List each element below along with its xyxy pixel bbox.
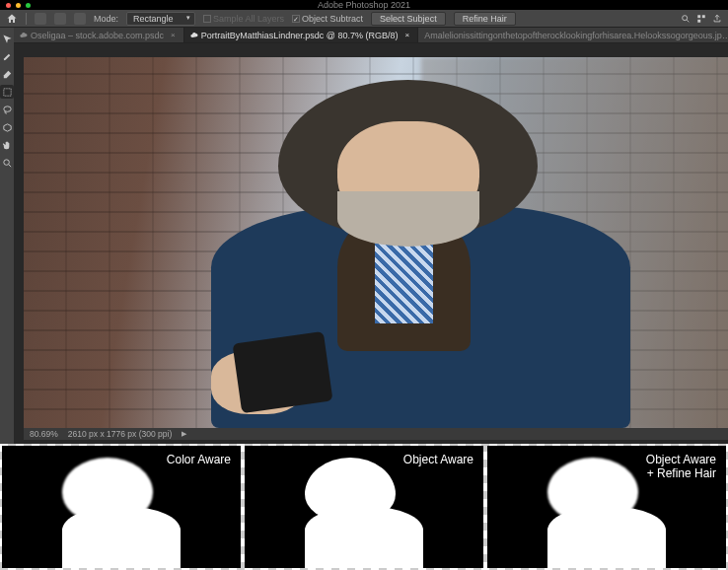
svg-rect-1 — [697, 15, 700, 18]
document-area: Oseligaa – stock.adobe.com.psdc × Portra… — [14, 28, 728, 444]
brush-tool[interactable] — [0, 67, 14, 81]
compare-caption: Object Aware — [403, 454, 473, 467]
home-icon[interactable] — [6, 13, 18, 25]
compare-panel-color-aware: Color Aware — [2, 446, 241, 568]
window-close-button[interactable] — [6, 3, 11, 8]
refine-hair-button[interactable]: Refine Hair — [454, 12, 516, 26]
lasso-tool[interactable] — [0, 103, 14, 116]
search-icon[interactable] — [681, 14, 691, 24]
document-tabs: Oseligaa – stock.adobe.com.psdc × Portra… — [14, 28, 728, 43]
compare-panel-object-aware-refine: Object Aware+ Refine Hair — [487, 446, 726, 568]
document-tab-1[interactable]: Oseligaa – stock.adobe.com.psdc × — [14, 28, 184, 43]
document-tab-3[interactable]: Amalelionissittingonthetopoftherocklooki… — [418, 28, 728, 43]
mask-comparison-strip: Color Aware Object Aware Object Aware+ R… — [0, 444, 728, 570]
object-subtract-option[interactable]: Object Subtract — [292, 14, 363, 24]
mode-label: Mode: — [94, 14, 118, 24]
object-select-tool[interactable] — [0, 85, 14, 99]
zoom-tool[interactable] — [0, 156, 14, 170]
svg-rect-3 — [697, 19, 700, 22]
tab-label: PortraitByMatthiasLindner.psdc @ 80.7% (… — [201, 31, 399, 40]
share-icon[interactable] — [712, 14, 722, 24]
compare-caption: Color Aware — [167, 454, 231, 467]
svg-point-0 — [683, 15, 688, 20]
canvas[interactable] — [24, 57, 728, 428]
sample-all-layers-option[interactable]: Sample All Layers — [203, 14, 284, 24]
compare-panel-object-aware: Object Aware — [245, 446, 483, 568]
canvas-wrap: 80.69% 2610 px x 1776 px (300 ppi) ▶ — [14, 43, 728, 444]
workspace-icon[interactable] — [696, 14, 706, 24]
main-workspace: Oseligaa – stock.adobe.com.psdc × Portra… — [0, 28, 728, 444]
cloud-icon — [20, 32, 28, 39]
polygon-lasso-tool[interactable] — [0, 120, 14, 134]
window-maximize-button[interactable] — [26, 3, 31, 8]
tab-label: Oseligaa – stock.adobe.com.psdc — [31, 31, 164, 40]
status-bar: 80.69% 2610 px x 1776 px (300 ppi) ▶ — [24, 428, 728, 440]
window-minimize-button[interactable] — [16, 3, 21, 8]
title-bar: Adobe Photoshop 2021 — [0, 0, 728, 10]
svg-point-6 — [3, 159, 9, 165]
tab-close-icon[interactable]: × — [404, 31, 409, 39]
cloud-icon — [190, 32, 198, 39]
compare-caption: Object Aware+ Refine Hair — [646, 454, 716, 481]
svg-rect-2 — [702, 15, 705, 18]
tab-close-icon[interactable]: × — [171, 31, 176, 39]
left-toolbar — [0, 28, 14, 444]
status-chevron-icon[interactable]: ▶ — [182, 430, 186, 438]
app-title: Adobe Photoshop 2021 — [318, 0, 410, 10]
options-bar: Mode: Rectangle Sample All Layers Object… — [0, 10, 728, 28]
zoom-level[interactable]: 80.69% — [30, 429, 58, 439]
document-dimensions[interactable]: 2610 px x 1776 px (300 ppi) — [68, 429, 172, 439]
new-selection-button[interactable] — [54, 13, 66, 25]
quick-select-tool[interactable] — [0, 32, 14, 45]
document-tab-2[interactable]: PortraitByMatthiasLindner.psdc @ 80.7% (… — [184, 28, 418, 43]
svg-point-5 — [3, 106, 10, 111]
refine-brush-tool[interactable] — [0, 49, 14, 63]
select-subject-button[interactable]: Select Subject — [371, 12, 446, 26]
svg-rect-4 — [3, 88, 10, 95]
subtract-selection-button[interactable] — [74, 13, 86, 25]
tab-label: Amalelionissittingonthetopoftherocklooki… — [424, 31, 728, 40]
tool-preset-button[interactable] — [35, 13, 46, 25]
hand-tool[interactable] — [0, 138, 14, 152]
mode-select[interactable]: Rectangle — [126, 12, 195, 26]
